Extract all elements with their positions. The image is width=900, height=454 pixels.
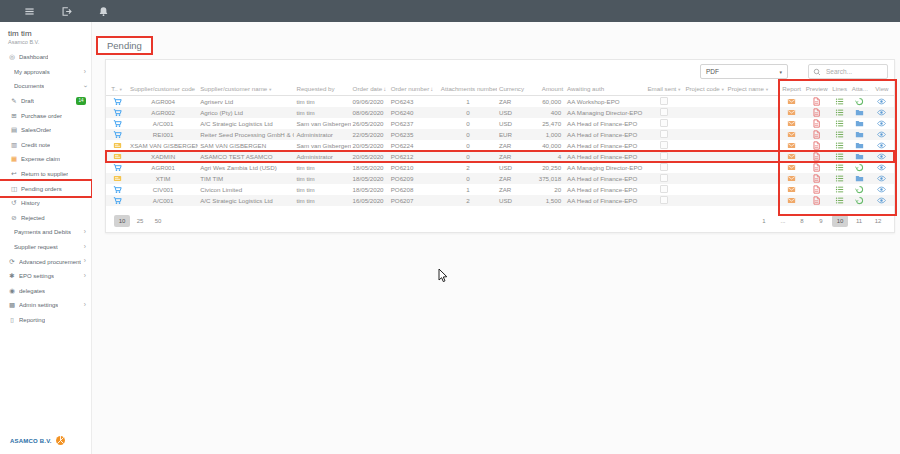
sidebar-item-expense-claim[interactable]: ▦Expense claim xyxy=(0,152,91,167)
sidebar-item-pending-orders[interactable]: ◫Pending orders xyxy=(0,181,91,196)
table-row[interactable]: AGR001Agri Wes Zambia Ltd (USD)tim tim18… xyxy=(106,162,894,173)
cell-lines[interactable] xyxy=(830,162,850,173)
cell-atta[interactable] xyxy=(850,140,870,151)
cell-atta[interactable] xyxy=(850,107,870,118)
cell-atta[interactable] xyxy=(850,162,870,173)
cell-type[interactable] xyxy=(106,162,128,173)
sidebar-item-dashboard[interactable]: ◎Dashboard xyxy=(0,50,91,65)
sidebar-item-delegates[interactable]: ◉delegates xyxy=(0,284,91,299)
table-row[interactable]: XSAM VAN GISBERGENSAM VAN GISBERGENSam v… xyxy=(106,140,894,151)
cell-lines[interactable] xyxy=(830,107,850,118)
sidebar-item-history[interactable]: ↺History xyxy=(0,196,91,211)
column-header-preview[interactable]: Preview xyxy=(804,82,830,96)
cell-report[interactable] xyxy=(780,173,804,184)
notifications-button[interactable] xyxy=(98,6,109,17)
cell-view[interactable] xyxy=(870,195,894,206)
cell-lines[interactable] xyxy=(830,195,850,206)
column-header-awaiting_auth[interactable]: Awaiting auth xyxy=(565,82,645,96)
cell-report[interactable] xyxy=(780,129,804,140)
cell-type[interactable] xyxy=(106,195,128,206)
table-row[interactable]: AGR002Agrico (Pty) Ltdtim tim08/06/2020P… xyxy=(106,107,894,118)
cell-report[interactable] xyxy=(780,151,804,162)
filter-icon[interactable]: ▼ xyxy=(119,87,123,92)
cell-report[interactable] xyxy=(780,162,804,173)
sidebar-item-rejected[interactable]: ⊘Rejected xyxy=(0,211,91,226)
sidebar-item-purchase-order[interactable]: ⊞Purchase order xyxy=(0,108,91,123)
column-header-project_name[interactable]: Project name▼ xyxy=(726,82,780,96)
column-header-order_date[interactable]: Order date↓ xyxy=(351,82,389,96)
sidebar-item-return-to-supplier[interactable]: ↩Return to supplier xyxy=(0,167,91,182)
sidebar-item-supplier-request[interactable]: Supplier request› xyxy=(0,240,91,255)
cell-lines[interactable] xyxy=(830,140,850,151)
page-size-25[interactable]: 25 xyxy=(132,215,148,227)
sort-desc-icon[interactable]: ↓ xyxy=(430,86,433,92)
email-sent-checkbox[interactable] xyxy=(660,196,668,204)
filter-icon[interactable]: ▼ xyxy=(677,87,681,92)
cell-preview[interactable] xyxy=(804,151,830,162)
cell-lines[interactable] xyxy=(830,151,850,162)
cell-view[interactable] xyxy=(870,162,894,173)
table-row[interactable]: XTIMTIM TIMtim tim18/05/2020PO62090ZAR37… xyxy=(106,173,894,184)
email-sent-checkbox[interactable] xyxy=(660,119,668,127)
cell-type[interactable] xyxy=(106,96,128,108)
cell-type[interactable] xyxy=(106,151,128,162)
filter-icon[interactable]: ▼ xyxy=(268,87,272,92)
sidebar-item-admin-settings[interactable]: ▩Admin settings› xyxy=(0,298,91,313)
sidebar-item-reporting[interactable]: ▯Reporting xyxy=(0,313,91,328)
column-header-requested_by[interactable]: Requested by xyxy=(294,82,350,96)
cell-lines[interactable] xyxy=(830,96,850,108)
cell-preview[interactable] xyxy=(804,184,830,195)
sidebar-item-draft[interactable]: ✎Draft14 xyxy=(0,94,91,109)
cell-preview[interactable] xyxy=(804,162,830,173)
column-header-name[interactable]: Supplier/customer name▼ xyxy=(198,82,294,96)
cell-view[interactable] xyxy=(870,184,894,195)
email-sent-checkbox[interactable] xyxy=(660,108,668,116)
filter-icon[interactable]: ▼ xyxy=(721,87,725,92)
sidebar-item-documents[interactable]: Documents› xyxy=(0,79,91,94)
cell-lines[interactable] xyxy=(830,129,850,140)
cell-preview[interactable] xyxy=(804,107,830,118)
logout-button[interactable] xyxy=(61,6,72,17)
cell-view[interactable] xyxy=(870,118,894,129)
cell-preview[interactable] xyxy=(804,96,830,108)
sidebar-item-my-approvals[interactable]: My approvals› xyxy=(0,65,91,80)
column-header-currency[interactable]: Currency xyxy=(497,82,535,96)
column-header-atta[interactable]: Atta... xyxy=(850,82,870,96)
export-format-select[interactable]: PDF ▾ xyxy=(700,64,788,79)
cell-lines[interactable] xyxy=(830,184,850,195)
cell-lines[interactable] xyxy=(830,118,850,129)
filter-icon[interactable]: ▼ xyxy=(765,87,769,92)
cell-report[interactable] xyxy=(780,96,804,108)
column-header-project_code[interactable]: Project code▼ xyxy=(683,82,725,96)
cell-atta[interactable] xyxy=(850,195,870,206)
sort-desc-icon[interactable]: ↓ xyxy=(383,86,386,92)
sidebar-item-advanced-procurement[interactable]: ⟳Advanced procurement› xyxy=(0,254,91,269)
column-header-lines[interactable]: Lines xyxy=(830,82,850,96)
cell-preview[interactable] xyxy=(804,129,830,140)
page-button-8[interactable]: 8 xyxy=(794,215,810,227)
column-header-code[interactable]: Supplier/customer code xyxy=(128,82,198,96)
cell-preview[interactable] xyxy=(804,195,830,206)
page-button-9[interactable]: 9 xyxy=(813,215,829,227)
cell-report[interactable] xyxy=(780,184,804,195)
cell-atta[interactable] xyxy=(850,96,870,108)
cell-view[interactable] xyxy=(870,173,894,184)
email-sent-checkbox[interactable] xyxy=(660,185,668,193)
cell-atta[interactable] xyxy=(850,129,870,140)
cell-atta[interactable] xyxy=(850,184,870,195)
cell-preview[interactable] xyxy=(804,118,830,129)
page-button-1[interactable]: 1 xyxy=(756,215,772,227)
sidebar-item-credit-note[interactable]: ▥Credit note xyxy=(0,138,91,153)
column-header-report[interactable]: Report xyxy=(780,82,804,96)
menu-button[interactable] xyxy=(24,6,35,17)
table-row[interactable]: REI001Reiter Seed Processing GmbH & Co. … xyxy=(106,129,894,140)
table-row[interactable]: A/C001A/C Strategic Logistics LtdSam van… xyxy=(106,118,894,129)
cell-report[interactable] xyxy=(780,195,804,206)
cell-lines[interactable] xyxy=(830,173,850,184)
page-size-10[interactable]: 10 xyxy=(114,215,130,227)
email-sent-checkbox[interactable] xyxy=(660,152,668,160)
email-sent-checkbox[interactable] xyxy=(660,130,668,138)
page-size-50[interactable]: 50 xyxy=(150,215,166,227)
sidebar-item-payments-and-debits[interactable]: Payments and Debits› xyxy=(0,225,91,240)
column-header-amount[interactable]: Amount xyxy=(535,82,565,96)
